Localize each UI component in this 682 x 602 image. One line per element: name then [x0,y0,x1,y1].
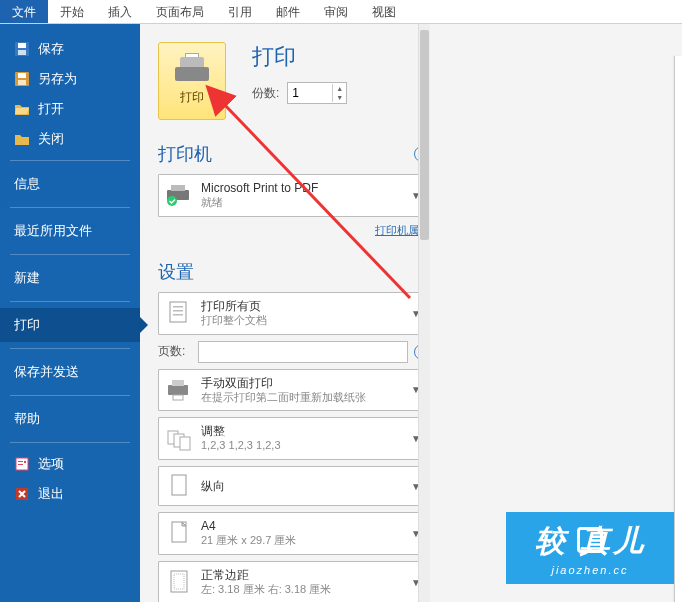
exit-icon [14,486,30,502]
sidebar-exit[interactable]: 退出 [0,479,140,509]
printer-ready-icon [165,182,193,208]
svg-rect-4 [18,73,26,78]
sidebar-new[interactable]: 新建 [0,261,140,295]
collate-dropdown[interactable]: 调整 1,2,3 1,2,3 1,2,3 ▼ [158,417,430,460]
svg-rect-20 [173,395,183,400]
tab-review[interactable]: 审阅 [312,0,360,23]
margins-icon [165,569,193,595]
svg-rect-7 [18,461,23,462]
margins-main: 正常边距 [201,568,401,583]
svg-rect-15 [173,306,183,308]
watermark-logo: 较 真 儿 jiaozhen.cc [506,512,674,584]
printer-properties-link[interactable]: 打印机属性 [158,223,430,238]
tab-insert[interactable]: 插入 [96,0,144,23]
save-icon [14,41,30,57]
svg-rect-9 [24,461,26,463]
svg-rect-2 [18,50,26,55]
preview-pane-edge [674,56,682,602]
tab-references[interactable]: 引用 [216,0,264,23]
print-button[interactable]: 打印 [158,42,226,120]
sidebar-item-label: 选项 [38,455,64,473]
svg-rect-5 [18,80,26,85]
copies-input[interactable] [288,84,332,102]
printer-name: Microsoft Print to PDF [201,181,401,196]
sidebar-item-label: 打开 [38,100,64,118]
printer-dropdown[interactable]: Microsoft Print to PDF 就绪 ▼ [158,174,430,217]
sidebar-save[interactable]: 保存 [0,34,140,64]
paper-size-dropdown[interactable]: A4 21 厘米 x 29.7 厘米 ▼ [158,512,430,555]
svg-rect-1 [18,43,26,48]
svg-rect-24 [172,475,186,495]
paper-sub: 21 厘米 x 29.7 厘米 [201,534,401,548]
open-icon [14,101,30,117]
svg-rect-23 [180,437,190,450]
tab-file[interactable]: 文件 [0,0,48,23]
sidebar-close[interactable]: 关闭 [0,124,140,154]
save-as-icon [14,71,30,87]
close-doc-icon [14,131,30,147]
paper-main: A4 [201,519,401,534]
printer-status: 就绪 [201,196,401,210]
collate-main: 调整 [201,424,401,439]
printer-icon [175,57,209,85]
tab-mail[interactable]: 邮件 [264,0,312,23]
print-button-label: 打印 [180,89,204,106]
svg-rect-12 [171,185,185,191]
sidebar-item-label: 保存 [38,40,64,58]
settings-section-title: 设置 [158,260,194,284]
svg-rect-19 [172,380,184,386]
margins-dropdown[interactable]: 正常边距 左: 3.18 厘米 右: 3.18 厘米 ▼ [158,561,430,602]
svg-point-13 [167,196,177,206]
sidebar-item-label: 打印 [14,316,40,334]
duplex-dropdown[interactable]: 手动双面打印 在提示打印第二面时重新加载纸张 ▼ [158,369,430,412]
sidebar-info[interactable]: 信息 [0,167,140,201]
options-icon [14,456,30,472]
sidebar-save-send[interactable]: 保存并发送 [0,355,140,389]
spin-up[interactable]: ▲ [333,84,346,93]
copies-label: 份数: [252,85,279,102]
sidebar-item-label: 关闭 [38,130,64,148]
spin-down[interactable]: ▼ [333,93,346,102]
orient-main: 纵向 [201,479,401,494]
sidebar-recent[interactable]: 最近所用文件 [0,214,140,248]
duplex-sub: 在提示打印第二面时重新加载纸张 [201,391,401,405]
tab-home[interactable]: 开始 [48,0,96,23]
scope-sub: 打印整个文档 [201,314,401,328]
svg-rect-18 [168,385,188,395]
tab-layout[interactable]: 页面布局 [144,0,216,23]
print-scope-dropdown[interactable]: 打印所有页 打印整个文档 ▼ [158,292,430,335]
tab-view[interactable]: 视图 [360,0,408,23]
print-title: 打印 [252,42,347,72]
printer-section-title: 打印机 [158,142,212,166]
scrollbar[interactable] [418,24,430,602]
sidebar-print[interactable]: 打印 [0,308,140,342]
copies-spinner[interactable]: ▲▼ [287,82,347,104]
svg-rect-14 [170,302,186,322]
sidebar-open[interactable]: 打开 [0,94,140,124]
collate-sub: 1,2,3 1,2,3 1,2,3 [201,439,401,453]
svg-rect-17 [173,314,183,316]
backstage-sidebar: 保存 另存为 打开 关闭 信息 最近所用文件 新建 打印 保存并发送 帮助 [0,24,140,602]
collate-icon [165,426,193,452]
margins-sub: 左: 3.18 厘米 右: 3.18 厘米 [201,583,401,597]
scrollbar-thumb[interactable] [420,30,429,240]
pages-all-icon [165,300,193,326]
svg-rect-8 [18,464,23,465]
sidebar-item-label: 退出 [38,485,64,503]
duplex-main: 手动双面打印 [201,376,401,391]
sidebar-item-label: 另存为 [38,70,77,88]
portrait-icon [165,473,193,499]
svg-rect-16 [173,310,183,312]
scope-main: 打印所有页 [201,299,401,314]
pages-input[interactable] [198,341,408,363]
sidebar-options[interactable]: 选项 [0,449,140,479]
sidebar-help[interactable]: 帮助 [0,402,140,436]
duplex-icon [165,377,193,403]
sidebar-save-as[interactable]: 另存为 [0,64,140,94]
orientation-dropdown[interactable]: 纵向 ▼ [158,466,430,506]
paper-size-icon [165,520,193,546]
pages-label: 页数: [158,343,192,360]
ribbon-tabs: 文件 开始 插入 页面布局 引用 邮件 审阅 视图 [0,0,682,24]
